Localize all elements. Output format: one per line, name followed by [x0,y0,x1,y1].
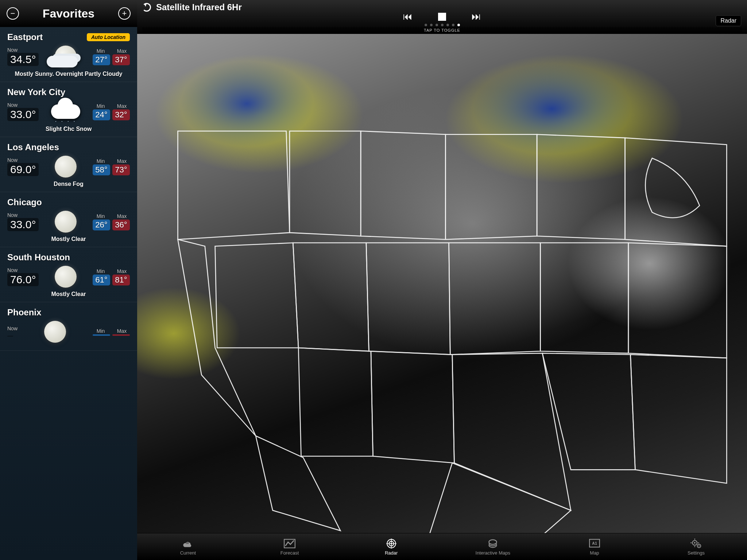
favorite-item[interactable]: South Houston Now 76.0° MinMax 61° 81° M… [0,247,137,302]
min-label: Min [93,48,109,54]
tap-toggle-label[interactable]: TAP TO TOGGLE [142,27,742,33]
weather-icon [49,44,83,69]
refresh-icon[interactable] [142,3,151,12]
tab-map[interactable]: A1 Map [573,538,616,556]
tab-current[interactable]: 30° Current [166,538,210,556]
min-label: Min [93,213,109,219]
location-name: Chicago [7,197,42,207]
map-a1-icon: A1 [588,538,601,549]
min-label: Min [93,158,109,164]
target-icon [385,538,398,549]
weather-icon [38,319,73,345]
prev-frame-button[interactable]: ⏮ [403,11,413,22]
now-block: Now [7,326,18,338]
max-temp: 37° [112,54,130,65]
svg-point-13 [698,545,699,546]
favorite-item[interactable]: Eastport Auto Location Now 34.5° MinMax … [0,27,137,82]
max-label: Max [114,158,130,164]
now-label: Now [7,212,39,218]
minmax-block: MinMax 26° 36° [93,213,130,230]
min-temp [93,334,110,336]
max-temp: 36° [112,219,130,230]
favorite-item[interactable]: Chicago Now 33.0° MinMax 26° 36° Mostly … [0,192,137,247]
frame-dot[interactable] [430,24,433,26]
tab-label: Radar [385,550,398,556]
radar-title: Satellite Infrared 6Hr [156,2,242,12]
favorite-item[interactable]: New York City Now 33.0° MinMax 24° 32° S… [0,82,137,137]
frame-dot[interactable] [425,24,427,26]
tab-interactive[interactable]: Interactive Maps [471,538,515,556]
frame-dot[interactable] [446,24,449,26]
sidebar-header: Favorites [0,0,137,27]
bottom-tab-bar: 30° Current Forecast Radar Interactive M… [137,533,747,560]
location-name: South Houston [7,252,70,262]
auto-location-badge: Auto Location [87,33,130,41]
now-label: Now [7,267,39,273]
radar-topbar: Satellite Infrared 6Hr ⏮ ⏭ TAP TO TOGGLE [137,0,747,34]
min-label: Min [93,103,109,109]
min-temp: 27° [93,54,110,65]
weather-icon [49,99,83,124]
minmax-block: MinMax 58° 73° [93,158,130,175]
now-block: Now 33.0° [7,212,39,231]
max-label: Max [114,328,130,334]
now-block: Now 69.0° [7,157,39,176]
minmax-block: MinMax 61° 81° [93,268,130,285]
weather-description: Mostly Clear [7,291,130,298]
tab-radar[interactable]: Radar [369,538,413,556]
min-temp: 24° [93,109,110,120]
tab-label: Current [180,550,196,556]
favorites-sidebar: Favorites Eastport Auto Location Now 34.… [0,0,137,560]
weather-icon [49,154,83,179]
tab-label: Map [590,550,599,556]
frame-dot[interactable] [441,24,444,26]
now-block: Now 33.0° [7,102,39,121]
favorite-item[interactable]: Phoenix Now MinMax [0,302,137,351]
tab-settings[interactable]: Settings [674,538,718,556]
tab-forecast[interactable]: Forecast [268,538,311,556]
remove-favorite-button[interactable] [7,7,19,20]
min-temp: 61° [93,275,110,285]
max-label: Max [114,268,130,274]
now-label: Now [7,47,39,53]
location-name: Eastport [7,32,43,42]
max-label: Max [114,103,130,109]
frame-dot[interactable] [436,24,438,26]
min-label: Min [93,268,109,274]
location-name: Phoenix [7,307,41,318]
svg-point-11 [694,542,695,543]
min-temp: 58° [93,164,110,175]
max-temp [112,334,130,336]
stop-button[interactable] [438,13,446,21]
min-temp: 26° [93,219,110,230]
weather-description: Dense Fog [7,181,130,187]
frame-dot[interactable] [457,24,460,26]
globe-layers-icon [487,538,499,549]
now-temp: 33.0° [7,218,39,231]
now-label: Now [7,326,18,331]
add-favorite-button[interactable] [118,7,131,20]
minmax-block: MinMax 24° 32° [93,103,130,120]
weather-description: Mostly Sunny. Overnight Partly Cloudy [7,71,130,77]
next-frame-button[interactable]: ⏭ [472,11,481,22]
tab-label: Interactive Maps [476,550,510,556]
now-temp: 34.5° [7,53,39,66]
now-temp: 33.0° [7,108,39,121]
chart-line-icon [283,538,296,549]
minmax-block: MinMax 27° 37° [93,48,130,65]
satellite-map[interactable] [137,34,747,533]
favorite-item[interactable]: Los Angeles Now 69.0° MinMax 58° 73° Den… [0,137,137,192]
max-label: Max [114,213,130,219]
frame-dot[interactable] [452,24,454,26]
favorites-list: Eastport Auto Location Now 34.5° MinMax … [0,27,137,560]
svg-point-7 [489,540,497,544]
state-borders-overlay [137,34,747,533]
now-block: Now 76.0° [7,267,39,286]
now-temp: 69.0° [7,163,39,176]
playback-controls: ⏮ ⏭ [142,11,742,22]
location-name: New York City [7,87,65,97]
radar-mode-button[interactable]: Radar [716,15,741,26]
now-temp: 76.0° [7,273,39,286]
max-label: Max [114,48,130,54]
tab-label: Settings [688,550,705,556]
